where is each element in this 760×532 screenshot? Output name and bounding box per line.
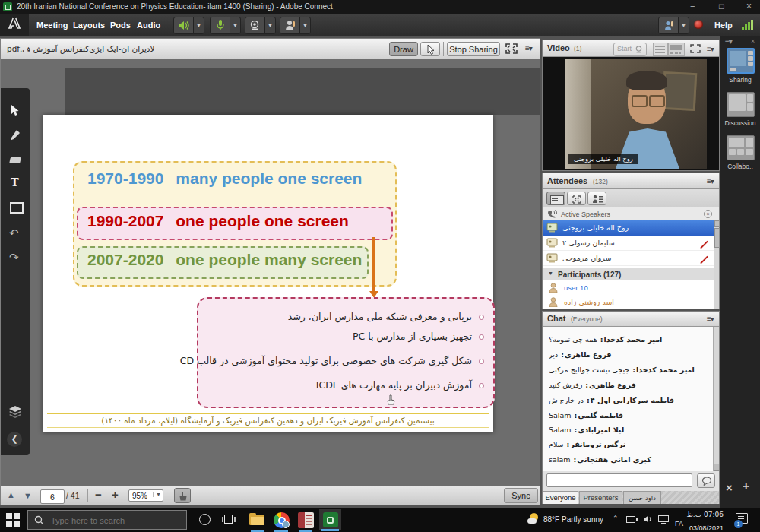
menu-item-pods[interactable]: Pods [110, 21, 131, 30]
attendee-row[interactable]: سروان مرموحی [543, 251, 714, 266]
microphone-dropdown[interactable]: ▼ [230, 17, 241, 34]
cortana-icon[interactable] [199, 514, 211, 525]
video-fullscreen-icon[interactable] [689, 43, 701, 57]
connection-status-icon[interactable] [742, 20, 755, 30]
zoom-out-button[interactable]: − [95, 488, 102, 501]
rail-close-pod-icon[interactable]: × [726, 481, 733, 494]
participants-section-header[interactable]: ▼ Participants (127) [543, 268, 714, 280]
video-filmstrip-view-button[interactable] [668, 43, 685, 56]
eraser-tool-icon[interactable] [9, 155, 21, 164]
notification-center-icon[interactable]: 1 [734, 512, 751, 527]
participant-icon [549, 297, 558, 307]
tray-battery-icon[interactable] [626, 516, 637, 523]
redo-icon[interactable]: ↷ [9, 251, 19, 264]
status-button[interactable] [280, 17, 301, 34]
tray-network-icon[interactable] [658, 515, 670, 524]
attendee-breakout-view-button[interactable] [567, 192, 586, 205]
attendee-status-view-button[interactable] [587, 192, 606, 205]
bullet-marker [479, 383, 484, 388]
adobe-connect-taskbar-icon[interactable] [319, 509, 341, 530]
attendees-scrollbar[interactable] [714, 220, 719, 309]
weather-icon [527, 513, 540, 525]
pan-tool-button[interactable] [174, 488, 191, 503]
video-grid-view-button[interactable] [653, 43, 668, 56]
taskbar-clock[interactable]: 07:06 ب.ظ FA 03/08/2021 [675, 511, 724, 530]
slide-footer-text: بیستمین کنفرانس آموزش فیزیک ایران و دهمی… [43, 416, 493, 425]
shape-tool-icon[interactable] [10, 202, 24, 214]
attendee-row[interactable]: سلیمان رسولی ۲ [543, 236, 714, 251]
selection-tool-icon[interactable] [11, 105, 20, 116]
chat-tab-presenters[interactable]: Presenters [579, 491, 622, 504]
close-button[interactable]: × [746, 1, 752, 11]
layout-rail-close-icon[interactable]: × [751, 37, 755, 45]
chrome-icon[interactable] [274, 512, 290, 528]
video-pod-menu-icon[interactable]: ≡▾ [707, 45, 714, 53]
participant-name: user 10 [564, 283, 588, 292]
zoom-level-select[interactable]: 95% ▼ [128, 489, 163, 502]
layout-thumbnail-collaboration[interactable] [727, 135, 755, 160]
taskbar-weather[interactable]: 88°F Partly sunny [527, 511, 617, 528]
slide-bullet-1: برپایی و معرفی شبکه ملی مدارس ایران، رشد [209, 311, 484, 322]
microphone-button[interactable] [210, 17, 231, 34]
taskbar-search[interactable] [27, 510, 187, 530]
mic-active-icon [701, 225, 707, 234]
tray-speaker-icon[interactable] [643, 515, 653, 524]
stop-sharing-button[interactable]: Stop Sharing [447, 42, 500, 56]
layers-icon[interactable] [8, 406, 22, 418]
webcam-dropdown[interactable]: ▼ [264, 17, 276, 34]
attendee-list-view-button[interactable] [546, 192, 565, 205]
pointer-tool-button[interactable] [420, 42, 440, 56]
draw-button[interactable]: Draw [389, 42, 418, 56]
video-pod: Video (1) Start [542, 40, 720, 171]
chat-input[interactable] [546, 473, 692, 487]
page-down-button[interactable]: ▼ [24, 491, 32, 500]
chat-pod-menu-icon[interactable]: ≡▾ [707, 315, 714, 323]
maximize-button[interactable]: □ [719, 2, 724, 11]
send-chat-button[interactable] [697, 473, 715, 488]
fullscreen-icon[interactable] [504, 43, 521, 55]
participant-row[interactable]: اسد روشنی زاده [543, 295, 714, 309]
chat-tab-everyone[interactable]: Everyone [543, 491, 578, 504]
minimize-button[interactable]: − [690, 2, 695, 11]
drawing-toolbar: T ↶ ↷ ❮ [1, 88, 30, 455]
layout-thumbnail-discussion[interactable] [727, 92, 755, 117]
slide-footer-line-bottom [47, 427, 489, 428]
start-button[interactable] [6, 513, 20, 527]
status-dropdown[interactable]: ▼ [299, 17, 311, 34]
menu-item-audio[interactable]: Audio [137, 21, 160, 30]
attendee-row-selected[interactable]: روح اله خلیلی بروجنی [543, 220, 714, 236]
chat-tab-private[interactable]: داود حسن بیر [623, 491, 661, 504]
rail-add-pod-icon[interactable]: + [743, 480, 749, 493]
zoom-in-button[interactable]: + [112, 488, 119, 501]
page-number-input[interactable] [40, 489, 65, 504]
participant-row[interactable]: user 10 [543, 280, 714, 295]
access-icon[interactable] [298, 512, 314, 528]
page-up-button[interactable]: ▲ [7, 490, 15, 499]
layout-rail-menu-icon[interactable]: ≡▾ [725, 37, 732, 46]
start-webcam-button[interactable]: Start [613, 43, 647, 56]
marker-tool-icon[interactable] [10, 130, 21, 141]
search-input[interactable] [49, 512, 183, 529]
menu-item-meeting[interactable]: Meeting [36, 21, 68, 30]
attendees-pod-menu-icon[interactable]: ≡▾ [707, 177, 714, 185]
undo-icon[interactable]: ↶ [9, 226, 19, 240]
share-pod-menu-icon[interactable]: ≡▾ [525, 44, 532, 52]
tray-chevron-icon[interactable]: ⌃ [613, 515, 619, 522]
hand-cursor-icon [386, 394, 396, 406]
raise-hand-button[interactable] [658, 17, 679, 34]
menu-item-layouts[interactable]: Layouts [73, 21, 105, 30]
recording-indicator[interactable] [694, 20, 703, 29]
text-tool-icon[interactable]: T [11, 176, 19, 189]
webcam-button[interactable] [245, 17, 266, 34]
collapse-toolbar-icon[interactable]: ❮ [7, 432, 22, 447]
chat-scrollbar[interactable] [713, 327, 719, 471]
file-explorer-icon[interactable] [249, 513, 266, 527]
active-speakers-close-icon[interactable]: × [704, 210, 712, 218]
speaker-button[interactable] [173, 17, 195, 34]
task-view-icon[interactable] [222, 515, 236, 525]
raise-hand-dropdown[interactable]: ▼ [678, 17, 689, 34]
layout-thumbnail-sharing[interactable] [727, 48, 755, 74]
sync-button[interactable]: Sync [504, 488, 538, 503]
speaker-dropdown[interactable]: ▼ [193, 17, 204, 34]
help-link[interactable]: Help [714, 21, 733, 30]
